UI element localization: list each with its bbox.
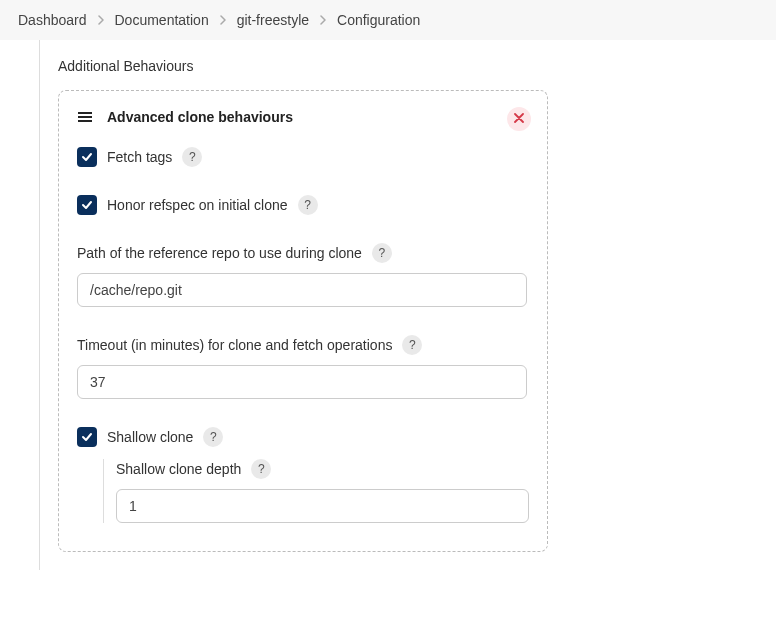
- behaviour-card: Advanced clone behaviours Fetch tags ? H…: [58, 90, 548, 552]
- drag-handle-icon[interactable]: [77, 111, 93, 123]
- help-icon[interactable]: ?: [298, 195, 318, 215]
- shallow-depth-input[interactable]: [116, 489, 529, 523]
- check-icon: [81, 199, 93, 211]
- check-icon: [81, 431, 93, 443]
- honor-refspec-label: Honor refspec on initial clone: [107, 197, 288, 213]
- breadcrumb-item-git-freestyle[interactable]: git-freestyle: [237, 12, 309, 28]
- breadcrumb: Dashboard Documentation git-freestyle Co…: [0, 0, 776, 40]
- side-rule: [0, 40, 40, 570]
- chevron-right-icon: [319, 15, 327, 25]
- help-icon[interactable]: ?: [402, 335, 422, 355]
- section-title: Additional Behaviours: [58, 58, 758, 74]
- fetch-tags-label: Fetch tags: [107, 149, 172, 165]
- card-title: Advanced clone behaviours: [107, 109, 293, 125]
- breadcrumb-item-configuration[interactable]: Configuration: [337, 12, 420, 28]
- remove-button[interactable]: [507, 107, 531, 131]
- breadcrumb-item-dashboard[interactable]: Dashboard: [18, 12, 87, 28]
- help-icon[interactable]: ?: [203, 427, 223, 447]
- shallow-clone-checkbox[interactable]: [77, 427, 97, 447]
- help-icon[interactable]: ?: [251, 459, 271, 479]
- breadcrumb-item-documentation[interactable]: Documentation: [115, 12, 209, 28]
- shallow-clone-label: Shallow clone: [107, 429, 193, 445]
- shallow-depth-label: Shallow clone depth: [116, 461, 241, 477]
- fetch-tags-checkbox[interactable]: [77, 147, 97, 167]
- honor-refspec-checkbox[interactable]: [77, 195, 97, 215]
- reference-repo-label: Path of the reference repo to use during…: [77, 245, 362, 261]
- reference-repo-input[interactable]: [77, 273, 527, 307]
- help-icon[interactable]: ?: [182, 147, 202, 167]
- help-icon[interactable]: ?: [372, 243, 392, 263]
- timeout-label: Timeout (in minutes) for clone and fetch…: [77, 337, 392, 353]
- chevron-right-icon: [97, 15, 105, 25]
- timeout-input[interactable]: [77, 365, 527, 399]
- chevron-right-icon: [219, 15, 227, 25]
- check-icon: [81, 151, 93, 163]
- close-icon: [514, 112, 524, 126]
